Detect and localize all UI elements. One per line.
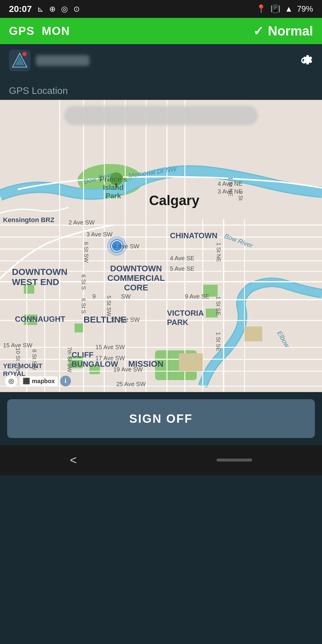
map-container[interactable]: Calgary Bow River Memorial Dr NW Bow Riv… xyxy=(0,100,322,392)
svg-rect-10 xyxy=(75,323,83,332)
top-nav-bar: GPS MON ✓ Normal xyxy=(0,18,322,44)
status-right: 📍 📳 ▲ 79% xyxy=(256,4,313,14)
svg-rect-40 xyxy=(179,353,203,371)
gps-label: GPS xyxy=(9,25,35,38)
battery-text: 79% xyxy=(297,4,313,14)
settings-button[interactable] xyxy=(295,52,313,69)
status-time: 20:07 xyxy=(9,4,32,14)
svg-rect-11 xyxy=(24,285,34,294)
app-header xyxy=(0,44,322,77)
svg-rect-7 xyxy=(203,285,218,297)
app-logo-area xyxy=(9,50,89,71)
svg-point-45 xyxy=(107,236,126,256)
nav-icon: ⊾ xyxy=(37,4,44,14)
normal-label: Normal xyxy=(268,24,313,38)
normal-status: ✓ Normal xyxy=(253,24,313,38)
sign-off-container: SIGN OFF xyxy=(0,392,322,445)
map-attribution: ◎ ⬛ mapbox i xyxy=(5,375,71,387)
status-left: 20:07 ⊾ ⊕ ◎ ⊙ xyxy=(9,4,80,14)
gps-location-label: GPS Location xyxy=(9,85,68,96)
svg-rect-13 xyxy=(89,365,100,374)
location-icon2: ⊙ xyxy=(73,4,80,14)
app-logo-icon xyxy=(9,50,30,71)
back-button[interactable]: < xyxy=(70,453,77,467)
map-svg xyxy=(0,100,322,392)
sign-off-button[interactable]: SIGN OFF xyxy=(7,399,315,438)
map-search-bar[interactable] xyxy=(64,106,258,125)
mon-label: MON xyxy=(42,25,70,38)
map-info-button[interactable]: i xyxy=(60,376,71,386)
svg-point-3 xyxy=(22,52,27,56)
location-status-icon: 📍 xyxy=(256,4,266,14)
svg-rect-39 xyxy=(115,183,117,188)
svg-rect-41 xyxy=(244,326,262,341)
home-indicator[interactable] xyxy=(216,459,252,462)
svg-rect-8 xyxy=(206,309,218,318)
chevron-up-icon: ⊕ xyxy=(49,4,56,14)
compass-icon: ◎ xyxy=(5,375,17,387)
vibrate-icon: 📳 xyxy=(270,4,281,14)
svg-rect-9 xyxy=(24,315,37,325)
checkmark-icon: ✓ xyxy=(253,24,264,38)
status-bar: 20:07 ⊾ ⊕ ◎ ⊙ 📍 📳 ▲ 79% xyxy=(0,0,322,18)
app-title-blurred xyxy=(36,55,89,66)
svg-rect-4 xyxy=(0,100,322,392)
mapbox-logo: ⬛ mapbox xyxy=(20,376,58,386)
gps-label-row: GPS Location xyxy=(0,77,322,100)
nav-labels: GPS MON xyxy=(9,25,70,38)
bottom-nav-bar: < xyxy=(0,445,322,475)
svg-rect-12 xyxy=(69,356,83,368)
target-icon: ◎ xyxy=(61,4,68,14)
wifi-icon: ▲ xyxy=(285,4,293,14)
